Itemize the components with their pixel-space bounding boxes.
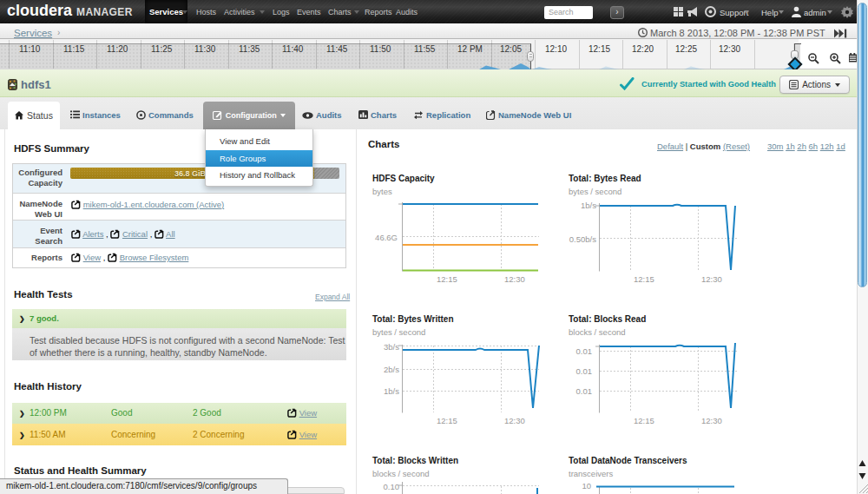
svg-text:12:15: 12:15 bbox=[634, 416, 654, 425]
svg-text:12:30: 12:30 bbox=[504, 274, 525, 284]
svg-text:12:15: 12:15 bbox=[634, 274, 654, 284]
svg-text:12:30: 12:30 bbox=[701, 416, 722, 425]
svg-text:12:15: 12:15 bbox=[437, 274, 457, 284]
svg-text:12:15: 12:15 bbox=[437, 416, 457, 425]
svg-text:12:30: 12:30 bbox=[701, 274, 722, 284]
svg-text:12:30: 12:30 bbox=[504, 416, 525, 425]
